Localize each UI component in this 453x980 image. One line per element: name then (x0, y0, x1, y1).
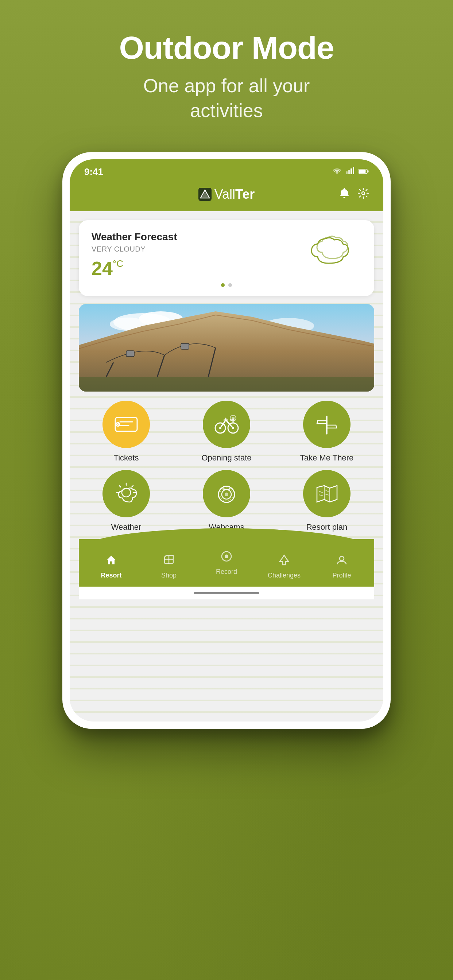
nav-item-resort[interactable]: Resort (93, 554, 129, 587)
notification-icon[interactable] (339, 188, 350, 202)
opening-state-action[interactable]: Opening state (179, 401, 274, 463)
tickets-label: Tickets (114, 453, 139, 463)
svg-line-59 (325, 494, 329, 495)
resort-plan-action[interactable]: Resort plan (279, 470, 374, 532)
resort-plan-icon (313, 482, 341, 506)
svg-rect-2 (348, 170, 350, 174)
opening-state-label: Opening state (202, 453, 252, 463)
status-bar: 9:41 (70, 159, 383, 181)
svg-rect-3 (351, 169, 352, 174)
resort-nav-icon (105, 554, 117, 569)
shop-nav-label: Shop (161, 572, 177, 579)
settings-icon[interactable] (358, 188, 369, 201)
nav-item-profile[interactable]: Profile (324, 554, 360, 587)
weather-info: Weather Forecast VERY CLOUDY 24°C (91, 231, 177, 278)
svg-rect-22 (126, 351, 134, 356)
page-subtitle: One app for all youractivities (144, 74, 310, 123)
signal-icon (346, 167, 354, 177)
weather-card[interactable]: Weather Forecast VERY CLOUDY 24°C (79, 220, 374, 296)
svg-point-0 (337, 173, 338, 174)
svg-point-11 (362, 192, 365, 195)
home-indicator (79, 587, 374, 600)
svg-line-57 (319, 495, 323, 496)
weather-circle[interactable] (102, 470, 150, 517)
webcams-circle[interactable] (203, 470, 250, 517)
profile-nav-label: Profile (332, 572, 351, 579)
status-time: 9:41 (84, 166, 103, 178)
nav-item-record[interactable]: Record (208, 550, 245, 583)
svg-point-63 (225, 555, 228, 558)
svg-point-51 (225, 493, 228, 496)
svg-rect-4 (353, 167, 354, 174)
tickets-action[interactable]: Tickets (79, 401, 174, 463)
tickets-icon (113, 415, 139, 434)
tickets-circle[interactable] (102, 401, 150, 448)
opening-state-circle[interactable] (203, 401, 250, 448)
header-actions (339, 188, 369, 202)
weather-card-header: Weather Forecast VERY CLOUDY 24°C (91, 231, 362, 278)
svg-point-64 (340, 556, 344, 561)
svg-line-48 (119, 485, 121, 487)
bottom-nav: Resort Shop (79, 539, 374, 587)
home-bar (194, 592, 259, 594)
weather-icon (112, 481, 141, 506)
record-nav-icon (221, 550, 232, 565)
app-header: VallTer (70, 181, 383, 211)
record-nav-label: Record (216, 568, 237, 576)
svg-line-56 (319, 491, 323, 493)
status-icons (332, 167, 369, 177)
app-main: Weather Forecast VERY CLOUDY 24°C (70, 211, 383, 722)
nav-item-challenges[interactable]: Challenges (266, 554, 302, 587)
weather-title: Weather Forecast (91, 231, 177, 243)
weather-condition: VERY CLOUDY (91, 245, 177, 253)
action-buttons-row-2: Weather (79, 470, 374, 532)
take-me-there-circle[interactable] (303, 401, 351, 448)
svg-rect-18 (79, 377, 374, 391)
dot-1 (221, 283, 225, 287)
cloud-icon (303, 231, 362, 267)
webcams-action[interactable]: Webcams (179, 470, 274, 532)
weather-dots (91, 283, 362, 287)
logo-text: VallTer (214, 187, 255, 202)
resort-plan-circle[interactable] (303, 470, 351, 517)
challenges-nav-icon (278, 554, 290, 569)
mountain-image (79, 304, 374, 391)
opening-state-icon (213, 413, 240, 436)
svg-rect-24 (115, 417, 137, 431)
resort-plan-label: Resort plan (306, 522, 348, 532)
page-title: Outdoor Mode (119, 29, 334, 66)
action-buttons-row-1: Tickets (79, 401, 374, 463)
weather-label: Weather (111, 522, 142, 532)
profile-nav-icon (336, 554, 348, 569)
shop-nav-icon (163, 554, 175, 569)
svg-rect-7 (368, 170, 369, 172)
phone-inner: 9:41 (70, 159, 383, 722)
take-me-there-action[interactable]: Take Me There (279, 401, 374, 463)
mountain-scene-svg (79, 304, 374, 391)
phone-mockup: 9:41 (62, 152, 391, 729)
battery-icon (359, 167, 369, 177)
weather-action[interactable]: Weather (79, 470, 174, 532)
challenges-nav-label: Challenges (268, 572, 301, 579)
app-logo: VallTer (198, 187, 255, 202)
svg-line-45 (132, 485, 133, 487)
weather-temperature: 24°C (91, 259, 177, 278)
svg-rect-6 (359, 170, 366, 173)
take-me-there-label: Take Me There (300, 453, 353, 463)
nav-item-shop[interactable]: Shop (151, 554, 187, 587)
resort-nav-label: Resort (100, 572, 121, 579)
svg-rect-1 (346, 171, 348, 174)
svg-line-58 (325, 490, 329, 492)
svg-rect-23 (181, 344, 189, 349)
wifi-icon (332, 167, 342, 177)
take-me-there-icon (314, 413, 340, 436)
logo-icon (198, 188, 212, 201)
dot-2 (228, 283, 232, 287)
webcams-icon (213, 482, 240, 506)
content-wrapper: Outdoor Mode One app for all youractivit… (0, 0, 453, 729)
